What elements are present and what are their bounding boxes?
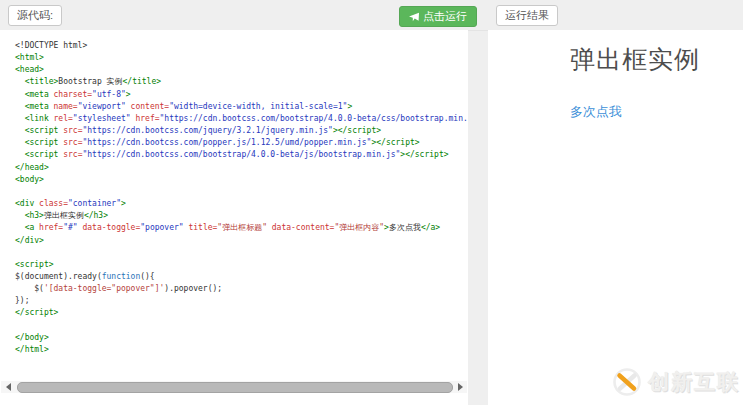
top-toolbar: 源代码: 点击运行 运行结果 <box>0 0 743 31</box>
code-line: }); <box>15 295 468 307</box>
code-line: <script src="https://cdn.bootcss.com/jqu… <box>15 125 468 137</box>
tryit-editor-app: 源代码: 点击运行 运行结果 <!DOCTYPE html><html><hea… <box>0 0 743 405</box>
code-line: <html> <box>15 52 468 64</box>
code-line: <div class="container"> <box>15 198 468 210</box>
code-line: <body> <box>15 174 468 186</box>
code-line: <script> <box>15 259 468 271</box>
run-result-panel: 弹出框实例 多次点我 <box>488 30 743 405</box>
code-line: </div> <box>15 235 468 247</box>
source-code-label: 源代码: <box>8 5 62 26</box>
code-line: <meta name="viewport" content="width=dev… <box>15 101 468 113</box>
run-button-label: 点击运行 <box>423 9 467 24</box>
code-line: <script src="https://cdn.bootcss.com/pop… <box>15 137 468 149</box>
run-button[interactable]: 点击运行 <box>399 6 477 27</box>
scroll-right-arrow-icon[interactable] <box>453 381 467 393</box>
code-line: </script> <box>15 307 468 319</box>
popover-trigger-link[interactable]: 多次点我 <box>570 103 622 121</box>
code-line: $(document).ready(function(){ <box>15 271 468 283</box>
horizontal-scrollbar[interactable] <box>1 381 467 393</box>
result-heading: 弹出框实例 <box>570 43 743 76</box>
paper-plane-icon <box>409 12 419 22</box>
scrollbar-thumb[interactable] <box>17 382 453 393</box>
code-line: <h3>弹出框实例</h3> <box>15 210 468 222</box>
code-line: </head> <box>15 162 468 174</box>
code-line: <script src="https://cdn.bootcss.com/boo… <box>15 149 468 161</box>
code-line: </body> <box>15 332 468 344</box>
code-line: <a href="#" data-toggle="popover" title=… <box>15 222 468 234</box>
result-content: 弹出框实例 多次点我 <box>488 30 743 121</box>
run-result-label: 运行结果 <box>496 5 558 26</box>
scroll-left-arrow-icon[interactable] <box>1 381 15 393</box>
source-code-panel: <!DOCTYPE html><html><head> <title>Boots… <box>0 30 468 405</box>
code-line <box>15 247 468 259</box>
code-line: <title>Bootstrap 实例</title> <box>15 76 468 88</box>
code-line: $('[data-toggle="popover"]').popover(); <box>15 283 468 295</box>
code-line: <link rel="stylesheet" href="https://cdn… <box>15 113 468 125</box>
code-line: <head> <box>15 64 468 76</box>
code-line: <!DOCTYPE html> <box>15 40 468 52</box>
code-line <box>15 186 468 198</box>
code-line: </html> <box>15 344 468 356</box>
code-editor[interactable]: <!DOCTYPE html><html><head> <title>Boots… <box>0 30 468 356</box>
code-line: <meta charset="utf-8"> <box>15 89 468 101</box>
code-line <box>15 320 468 332</box>
